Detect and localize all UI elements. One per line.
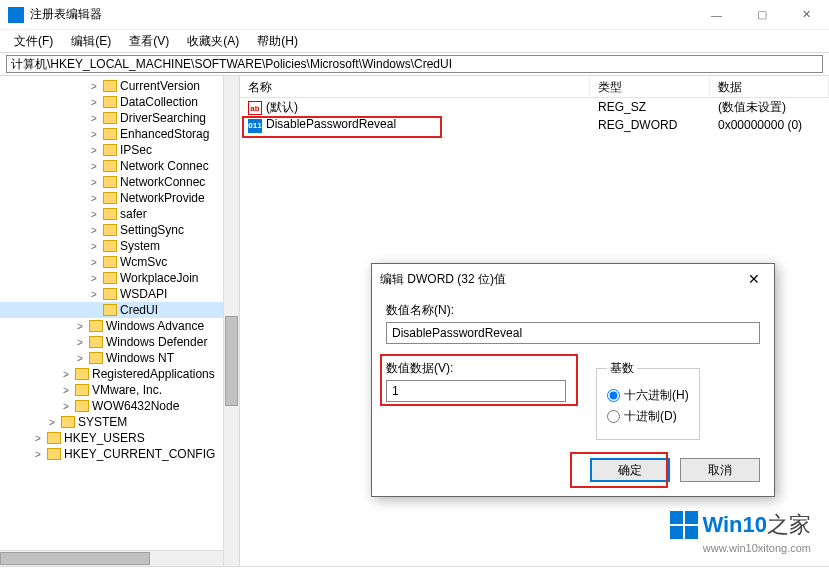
tree-item[interactable]: CredUI	[0, 302, 239, 318]
expand-icon[interactable]: >	[74, 353, 86, 364]
tree-item-label: HKEY_USERS	[64, 431, 145, 445]
expand-icon[interactable]: >	[88, 257, 100, 268]
menubar: 文件(F) 编辑(E) 查看(V) 收藏夹(A) 帮助(H)	[0, 30, 829, 52]
menu-favorites[interactable]: 收藏夹(A)	[179, 31, 247, 52]
tree-item-label: WcmSvc	[120, 255, 167, 269]
expand-icon[interactable]: >	[32, 449, 44, 460]
registry-value-row[interactable]: ab(默认)REG_SZ(数值未设置)	[240, 98, 829, 116]
expand-icon[interactable]: >	[46, 417, 58, 428]
expand-icon[interactable]: >	[74, 337, 86, 348]
tree-item[interactable]: >DriverSearching	[0, 110, 239, 126]
tree-item[interactable]: >safer	[0, 206, 239, 222]
tree-item[interactable]: >CurrentVersion	[0, 78, 239, 94]
tree-item[interactable]: >NetworkProvide	[0, 190, 239, 206]
tree-item[interactable]: >Windows Advance	[0, 318, 239, 334]
expand-icon[interactable]: >	[88, 97, 100, 108]
menu-edit[interactable]: 编辑(E)	[63, 31, 119, 52]
column-type[interactable]: 类型	[590, 76, 710, 97]
address-input[interactable]	[6, 55, 823, 73]
tree-item[interactable]: >NetworkConnec	[0, 174, 239, 190]
tree-item[interactable]: >SYSTEM	[0, 414, 239, 430]
tree-item[interactable]: >VMware, Inc.	[0, 382, 239, 398]
expand-icon[interactable]: >	[88, 193, 100, 204]
dialog-close-button[interactable]: ✕	[742, 271, 766, 287]
tree-item-label: safer	[120, 207, 147, 221]
column-data[interactable]: 数据	[710, 76, 829, 97]
tree-item[interactable]: >Network Connec	[0, 158, 239, 174]
folder-icon	[103, 240, 117, 252]
tree-item[interactable]: >WorkplaceJoin	[0, 270, 239, 286]
folder-icon	[103, 192, 117, 204]
registry-value-row[interactable]: 011DisablePasswordRevealREG_DWORD0x00000…	[240, 116, 829, 134]
folder-icon	[47, 448, 61, 460]
tree-item-label: Windows Advance	[106, 319, 204, 333]
tree-scrollbar-vertical[interactable]	[223, 76, 239, 566]
tree-item-label: CredUI	[120, 303, 158, 317]
tree-item-label: SettingSync	[120, 223, 184, 237]
expand-icon[interactable]: >	[88, 145, 100, 156]
expand-icon[interactable]: >	[88, 289, 100, 300]
tree-item[interactable]: >EnhancedStorag	[0, 126, 239, 142]
tree-scrollbar-horizontal[interactable]	[0, 550, 223, 566]
minimize-button[interactable]: —	[694, 0, 739, 30]
menu-view[interactable]: 查看(V)	[121, 31, 177, 52]
value-data-input[interactable]	[386, 380, 566, 402]
expand-icon[interactable]: >	[88, 129, 100, 140]
radio-dec[interactable]	[607, 410, 620, 423]
tree-pane: >CurrentVersion>DataCollection>DriverSea…	[0, 76, 240, 566]
tree-item[interactable]: >WcmSvc	[0, 254, 239, 270]
tree-item[interactable]: >WSDAPI	[0, 286, 239, 302]
expand-icon[interactable]: >	[74, 321, 86, 332]
tree-item[interactable]: >WOW6432Node	[0, 398, 239, 414]
menu-help[interactable]: 帮助(H)	[249, 31, 306, 52]
dword-value-icon: 011	[248, 119, 262, 133]
value-name: (默认)	[266, 100, 298, 114]
radio-hex[interactable]	[607, 389, 620, 402]
radio-dec-label: 十进制(D)	[624, 408, 677, 425]
ok-button[interactable]: 确定	[590, 458, 670, 482]
folder-icon	[75, 400, 89, 412]
tree-item-label: DriverSearching	[120, 111, 206, 125]
folder-icon	[103, 144, 117, 156]
expand-icon[interactable]: >	[60, 401, 72, 412]
tree-item-label: SYSTEM	[78, 415, 127, 429]
expand-icon[interactable]: >	[88, 209, 100, 220]
close-button[interactable]: ✕	[784, 0, 829, 30]
expand-icon[interactable]: >	[88, 241, 100, 252]
tree-item[interactable]: >HKEY_USERS	[0, 430, 239, 446]
menu-file[interactable]: 文件(F)	[6, 31, 61, 52]
tree-item-label: RegisteredApplications	[92, 367, 215, 381]
expand-icon[interactable]: >	[60, 385, 72, 396]
tree-item-label: IPSec	[120, 143, 152, 157]
scrollbar-thumb[interactable]	[225, 316, 238, 406]
column-name[interactable]: 名称	[240, 76, 590, 97]
expand-icon[interactable]: >	[88, 273, 100, 284]
tree-item[interactable]: >RegisteredApplications	[0, 366, 239, 382]
tree-item[interactable]: >Windows NT	[0, 350, 239, 366]
folder-icon	[103, 112, 117, 124]
scrollbar-thumb[interactable]	[0, 552, 150, 565]
tree-item-label: HKEY_CURRENT_CONFIG	[64, 447, 215, 461]
expand-icon[interactable]: >	[32, 433, 44, 444]
folder-icon	[47, 432, 61, 444]
expand-icon[interactable]: >	[88, 161, 100, 172]
tree-item[interactable]: >IPSec	[0, 142, 239, 158]
tree-item[interactable]: >SettingSync	[0, 222, 239, 238]
maximize-button[interactable]: ▢	[739, 0, 784, 30]
expand-icon[interactable]: >	[88, 113, 100, 124]
expand-icon[interactable]: >	[60, 369, 72, 380]
tree-item[interactable]: >HKEY_CURRENT_CONFIG	[0, 446, 239, 462]
value-name-input[interactable]	[386, 322, 760, 344]
tree-item-label: VMware, Inc.	[92, 383, 162, 397]
expand-icon[interactable]: >	[88, 225, 100, 236]
cancel-button[interactable]: 取消	[680, 458, 760, 482]
folder-icon	[103, 256, 117, 268]
tree-item-label: Windows Defender	[106, 335, 207, 349]
expand-icon[interactable]: >	[88, 177, 100, 188]
tree-item[interactable]: >System	[0, 238, 239, 254]
expand-icon[interactable]: >	[88, 81, 100, 92]
tree-item[interactable]: >DataCollection	[0, 94, 239, 110]
tree-item[interactable]: >Windows Defender	[0, 334, 239, 350]
statusbar	[0, 566, 829, 580]
folder-icon	[89, 352, 103, 364]
